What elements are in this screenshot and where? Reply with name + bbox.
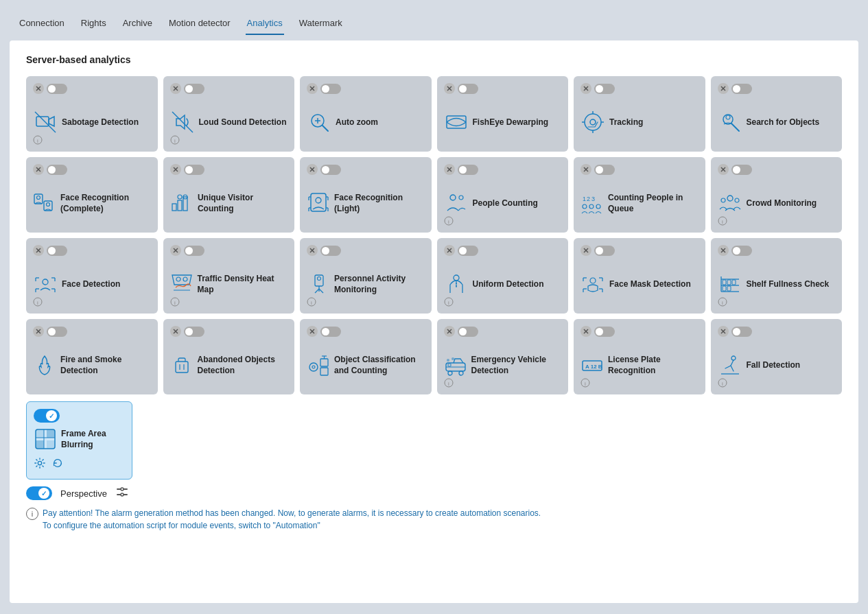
card-toggle-auto-zoom[interactable] [307,83,318,94]
card-fall-detection[interactable]: Fall Detectioni [711,319,843,394]
card-uniform-detection[interactable]: Uniform Detectioni [437,238,569,314]
toggle-track-people-counting[interactable] [458,165,478,175]
perspective-settings-icon[interactable] [115,485,129,501]
card-toggle-loud-sound[interactable] [170,83,181,94]
toggle-track-traffic-density[interactable] [184,246,204,256]
perspective-toggle[interactable]: ✓ [26,486,52,500]
card-toggle-crowd-monitoring[interactable] [718,164,729,175]
card-traffic-density[interactable]: Traffic Density Heat Mapi [163,238,295,314]
card-toggle-face-detection[interactable] [33,245,44,256]
card-toggle-personnel-activity[interactable] [307,245,318,256]
card-toggle-fisheye[interactable] [444,83,455,94]
card-toggle-abandoned-objects[interactable] [170,326,181,337]
frame-blurring-toggle[interactable]: ✓ [34,409,60,423]
card-counting-queue[interactable]: 1 2 3 Counting People in Queue [574,157,705,233]
toggle-track-counting-queue[interactable] [594,165,615,175]
card-toggle-tracking[interactable] [580,83,591,94]
card-toggle-counting-queue[interactable] [580,164,591,175]
toggle-track-object-classification[interactable] [320,327,341,337]
card-toggle-emergency-vehicle[interactable] [444,326,455,337]
toggle-track-uniform-detection[interactable] [458,246,478,256]
configure-icon[interactable] [34,457,46,472]
card-info-crowd-monitoring[interactable]: i [718,216,727,228]
card-object-classification[interactable]: Object Classification and Counting [300,319,432,394]
toggle-track-emergency-vehicle[interactable] [458,327,478,337]
card-info-personnel-activity[interactable]: i [307,297,316,309]
card-toggle-face-recog-complete[interactable] [33,164,44,175]
card-info-loud-sound[interactable]: i [170,135,180,147]
card-emergency-vehicle[interactable]: Emergency Vehicle Detectioni [437,319,569,394]
card-toggle-face-mask[interactable] [580,245,591,256]
counting-queue-icon: 1 2 3 [580,191,604,215]
toggle-track-search-objects[interactable] [731,84,752,94]
card-fire-smoke[interactable]: Fire and Smoke Detection [26,319,158,394]
card-info-fall-detection[interactable]: i [718,378,727,390]
card-toggle-fall-detection[interactable] [718,326,729,337]
refresh-icon[interactable] [51,457,64,472]
toggle-track-crowd-monitoring[interactable] [731,165,752,175]
card-unique-visitor[interactable]: Unique Visitor Counting [163,157,295,233]
toggle-track-tracking[interactable] [594,84,615,94]
card-info-uniform-detection[interactable]: i [444,297,454,309]
nav-tab-connection[interactable]: Connection [18,14,66,35]
frame-area-blurring-card[interactable]: ✓ [26,401,132,480]
card-shelf-fullness[interactable]: Shelf Fullness Checki [711,238,843,314]
card-toggle-shelf-fullness[interactable] [718,245,729,256]
card-toggle-people-counting[interactable] [444,164,455,175]
perspective-toggle-track[interactable]: ✓ [26,486,52,500]
nav-tab-archive[interactable]: Archive [121,14,154,35]
card-toggle-uniform-detection[interactable] [444,245,455,256]
card-auto-zoom[interactable]: Auto zoom [300,76,432,152]
card-face-recog-light[interactable]: Face Recognition (Light) [300,157,432,233]
toggle-track-face-recog-light[interactable] [320,165,341,175]
nav-tab-watermark[interactable]: Watermark [298,14,344,35]
toggle-track-fisheye[interactable] [458,84,478,94]
card-personnel-activity[interactable]: Personnel Activity Monitoringi [300,238,432,314]
toggle-track-abandoned-objects[interactable] [184,327,204,337]
toggle-track-face-recog-complete[interactable] [47,165,67,175]
card-loud-sound[interactable]: Loud Sound Detectioni [163,76,295,152]
card-sabotage[interactable]: Sabotage Detectioni [26,76,158,152]
card-abandoned-objects[interactable]: Abandoned Objects Detection [163,319,295,394]
card-toggle-object-classification[interactable] [307,326,318,337]
card-info-emergency-vehicle[interactable]: i [444,378,454,390]
card-info-traffic-density[interactable]: i [170,297,180,309]
card-fisheye[interactable]: FishEye Dewarping [437,76,569,152]
card-toggle-face-recog-light[interactable] [307,164,318,175]
card-toggle-search-objects[interactable] [718,83,729,94]
card-info-people-counting[interactable]: i [444,216,454,228]
svg-point-34 [726,115,730,119]
toggle-track-license-plate[interactable] [594,327,615,337]
nav-tab-motion-detector[interactable]: Motion detector [167,14,232,35]
card-content-emergency-vehicle: Emergency Vehicle Detection [444,340,562,389]
card-crowd-monitoring[interactable]: Crowd Monitoringi [711,157,843,233]
toggle-track-auto-zoom[interactable] [320,84,341,94]
toggle-track-face-mask[interactable] [594,246,615,256]
toggle-track-personnel-activity[interactable] [320,246,341,256]
card-info-sabotage[interactable]: i [33,135,43,147]
card-face-mask[interactable]: Face Mask Detection [574,238,705,314]
toggle-track-shelf-fullness[interactable] [731,246,752,256]
card-toggle-sabotage[interactable] [33,83,44,94]
card-toggle-license-plate[interactable] [580,326,591,337]
toggle-track-loud-sound[interactable] [184,84,204,94]
card-face-detection[interactable]: Face Detectioni [26,238,158,314]
card-toggle-fire-smoke[interactable] [33,326,44,337]
toggle-track-fall-detection[interactable] [731,327,752,337]
card-face-recog-complete[interactable]: Face Recognition (Complete) [26,157,158,233]
toggle-track-fire-smoke[interactable] [47,327,67,337]
card-tracking[interactable]: Tracking [574,76,705,152]
card-people-counting[interactable]: People Countingi [437,157,569,233]
card-toggle-unique-visitor[interactable] [170,164,181,175]
card-license-plate[interactable]: A 12 B License Plate Recognitioni [574,319,705,394]
card-search-objects[interactable]: Search for Objects [711,76,843,152]
toggle-track-unique-visitor[interactable] [184,165,204,175]
card-info-face-detection[interactable]: i [33,297,43,309]
nav-tab-analytics[interactable]: Analytics [246,14,284,35]
card-info-license-plate[interactable]: i [580,378,590,390]
card-info-shelf-fullness[interactable]: i [718,297,727,309]
card-toggle-traffic-density[interactable] [170,245,181,256]
toggle-track-face-detection[interactable] [47,246,67,256]
toggle-track-sabotage[interactable] [47,84,67,94]
nav-tab-rights[interactable]: Rights [80,14,108,35]
